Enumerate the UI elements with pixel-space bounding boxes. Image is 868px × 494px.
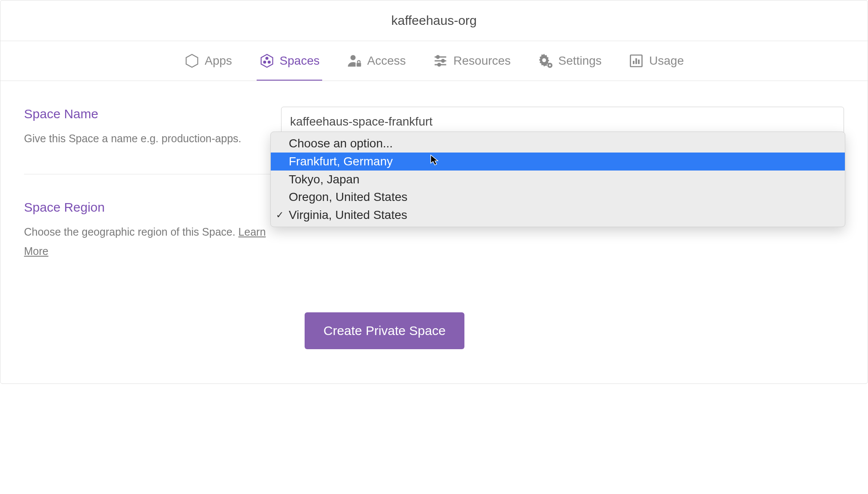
tab-settings[interactable]: Settings [536,41,603,81]
svg-point-11 [442,60,444,62]
tab-access[interactable]: Access [345,41,407,81]
region-option-frankfurt[interactable]: Frankfurt, Germany [271,153,845,171]
svg-marker-0 [186,54,198,67]
svg-point-5 [350,55,356,60]
svg-point-12 [438,63,440,66]
check-icon: ✓ [276,209,284,222]
create-private-space-button[interactable]: Create Private Space [305,312,464,349]
space-region-help-text: Choose the geographic region of this Spa… [24,226,238,238]
space-region-title: Space Region [24,200,281,215]
region-option-oregon[interactable]: Oregon, United States [271,188,845,206]
tab-usage[interactable]: Usage [627,41,685,81]
gears-icon [538,53,553,69]
tab-resources[interactable]: Resources [431,41,512,81]
tab-label: Access [367,54,406,68]
tab-label: Apps [205,54,232,68]
user-lock-icon [347,53,362,69]
form-content: Space Name Give this Space a name e.g. p… [0,81,868,383]
tab-bar: Apps Spaces Ac [0,41,868,81]
svg-point-2 [266,57,268,60]
option-label: Choose an option... [289,137,393,150]
region-option-tokyo[interactable]: Tokyo, Japan [271,171,845,189]
svg-point-3 [263,61,266,63]
space-region-row: Space Region Choose the geographic regio… [24,174,844,261]
tab-spaces[interactable]: Spaces [257,41,321,81]
bar-chart-icon [629,53,644,69]
svg-point-13 [542,58,546,62]
space-region-help: Choose the geographic region of this Spa… [24,222,281,261]
space-name-title: Space Name [24,107,281,121]
option-label: Oregon, United States [289,190,407,204]
space-name-help: Give this Space a name e.g. production-a… [24,129,281,148]
page-container: kaffeehaus-org Apps Spaces [0,0,868,384]
sliders-icon [433,53,448,69]
space-name-label-col: Space Name Give this Space a name e.g. p… [24,107,281,148]
header: kaffeehaus-org [0,0,868,41]
spaces-icon [259,53,275,69]
svg-point-4 [268,61,270,63]
tab-label: Resources [453,54,511,68]
org-title: kaffeehaus-org [0,13,868,28]
svg-point-10 [437,56,439,58]
submit-row: Create Private Space [24,312,844,349]
svg-rect-6 [356,63,361,67]
hexagon-icon [184,53,200,69]
option-label: Tokyo, Japan [289,173,359,186]
option-label: Virginia, United States [289,208,407,222]
tab-label: Spaces [280,54,320,68]
svg-point-15 [549,64,551,66]
tab-label: Settings [558,54,602,68]
space-region-label-col: Space Region Choose the geographic regio… [24,200,281,261]
region-option-virginia[interactable]: ✓ Virginia, United States [271,206,845,224]
region-option-placeholder[interactable]: Choose an option... [271,135,845,153]
region-dropdown-panel: Choose an option... Frankfurt, Germany T… [270,132,845,227]
tab-label: Usage [649,54,684,68]
svg-marker-1 [261,54,272,67]
option-label: Frankfurt, Germany [289,155,393,168]
tab-apps[interactable]: Apps [183,41,234,81]
